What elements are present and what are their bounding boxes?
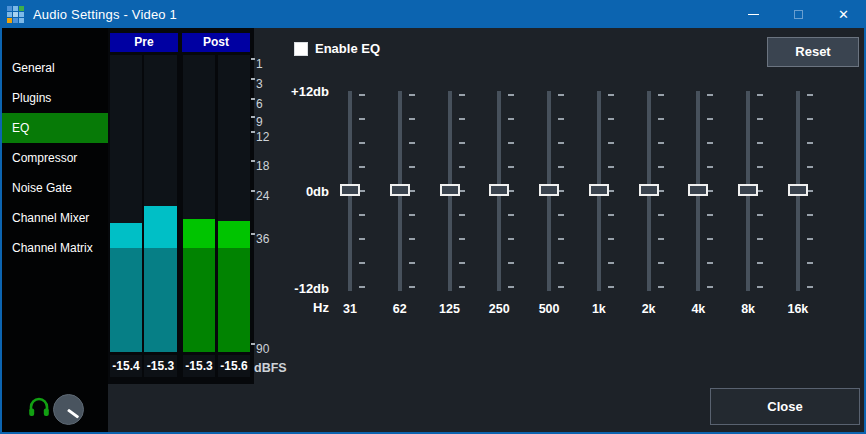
eq-band-frequency-label: 4k	[673, 302, 723, 316]
eq-band-sliders: 31 62 125 250 500	[333, 91, 815, 321]
eq-band-frequency-label: 1k	[574, 302, 624, 316]
meter-channel-pre-right	[144, 55, 177, 352]
eq-band-frequency-label: 31	[325, 302, 375, 316]
eq-band-16khz: 16k	[781, 91, 815, 291]
reset-button[interactable]: Reset	[767, 37, 859, 67]
meter-unit-label: dBFS	[254, 361, 287, 375]
meter-scale-label: 9	[256, 116, 282, 129]
eq-band-frequency-label: 8k	[723, 302, 773, 316]
eq-axis-min-label: -12db	[252, 281, 329, 296]
eq-slider-handle[interactable]	[688, 184, 708, 196]
sidebar-item-plugins[interactable]: Plugins	[2, 83, 108, 113]
audio-settings-window: Audio Settings - Video 1 ✕ General Plugi…	[0, 0, 866, 434]
meter-scale-label: 1	[256, 58, 282, 71]
meter-channel-pre-left	[110, 55, 142, 352]
enable-eq-label: Enable EQ	[315, 41, 380, 56]
meter-bar-body	[218, 248, 250, 352]
window-title: Audio Settings - Video 1	[33, 7, 177, 22]
eq-axis-mid-label: 0db	[252, 184, 329, 199]
headphones-icon[interactable]	[27, 395, 51, 419]
meter-scale-label: 18	[256, 160, 282, 173]
eq-band-4khz: 4k	[681, 91, 715, 291]
eq-band-31hz: 31	[333, 91, 367, 291]
meter-bar-peak	[218, 221, 250, 248]
close-button[interactable]: Close	[710, 388, 860, 425]
eq-slider-handle[interactable]	[440, 184, 460, 196]
eq-band-1khz: 1k	[582, 91, 616, 291]
eq-slider-handle[interactable]	[340, 184, 360, 196]
eq-band-8khz: 8k	[731, 91, 765, 291]
eq-band-125hz: 125	[433, 91, 467, 291]
eq-band-500hz: 500	[532, 91, 566, 291]
meter-channel-post-right	[218, 55, 250, 352]
eq-axis-max-label: +12db	[252, 84, 329, 99]
eq-band-frequency-label: 16k	[773, 302, 823, 316]
eq-slider-handle[interactable]	[539, 184, 559, 196]
sidebar: General Plugins EQ Compressor Noise Gate…	[2, 28, 108, 432]
close-icon: ✕	[838, 8, 849, 21]
sidebar-item-channel-matrix[interactable]: Channel Matrix	[2, 233, 108, 263]
eq-band-2khz: 2k	[632, 91, 666, 291]
maximize-icon	[794, 10, 803, 19]
meter-group-post-header: Post	[182, 33, 250, 52]
meter-value-post-right: -15.6	[218, 355, 250, 377]
meter-scale-label: 6	[256, 98, 282, 111]
eq-slider-handle[interactable]	[589, 184, 609, 196]
eq-axis-freq-unit-label: Hz	[252, 300, 329, 315]
meter-bar-peak	[144, 206, 177, 248]
eq-slider-handle[interactable]	[788, 184, 808, 196]
maximize-button[interactable]	[776, 0, 821, 28]
minimize-icon	[748, 14, 759, 15]
meter-bar-body	[144, 248, 177, 352]
app-logo-icon	[7, 6, 24, 23]
meter-scale-label: 90	[256, 343, 282, 356]
eq-band-frequency-label: 2k	[624, 302, 674, 316]
eq-band-frequency-label: 250	[474, 302, 524, 316]
enable-eq-toggle[interactable]: Enable EQ	[294, 41, 380, 56]
eq-band-62hz: 62	[383, 91, 417, 291]
eq-band-250hz: 250	[482, 91, 516, 291]
eq-band-frequency-label: 500	[524, 302, 574, 316]
audio-meter-panel: Pre Post -15.4 -15.3 -15.3 -15.6	[108, 28, 254, 384]
eq-slider-handle[interactable]	[489, 184, 509, 196]
sidebar-item-channel-mixer[interactable]: Channel Mixer	[2, 203, 108, 233]
meter-bar-peak	[110, 223, 142, 248]
meter-value-pre-left: -15.4	[110, 355, 142, 377]
eq-slider-handle[interactable]	[390, 184, 410, 196]
minimize-button[interactable]	[731, 0, 776, 28]
sidebar-item-eq[interactable]: EQ	[2, 113, 108, 143]
eq-band-frequency-label: 125	[425, 302, 475, 316]
meter-value-pre-right: -15.3	[144, 355, 177, 377]
eq-slider-handle[interactable]	[738, 184, 758, 196]
enable-eq-checkbox[interactable]	[294, 42, 308, 56]
meter-bar-peak	[183, 219, 215, 248]
meter-bar-body	[183, 248, 215, 352]
sidebar-item-compressor[interactable]: Compressor	[2, 143, 108, 173]
sidebar-item-general[interactable]: General	[2, 53, 108, 83]
meter-channel-post-left	[183, 55, 215, 352]
meter-bar-body	[110, 248, 142, 352]
meter-scale-label: 12	[256, 131, 282, 144]
meter-group-pre-header: Pre	[110, 33, 178, 52]
volume-knob[interactable]	[53, 394, 84, 425]
sidebar-item-noise-gate[interactable]: Noise Gate	[2, 173, 108, 203]
knob-indicator	[67, 409, 79, 419]
close-window-button[interactable]: ✕	[821, 0, 866, 28]
meter-scale-label: 36	[256, 233, 282, 246]
eq-slider-handle[interactable]	[639, 184, 659, 196]
meter-value-post-left: -15.3	[183, 355, 215, 377]
window-controls: ✕	[731, 0, 866, 28]
eq-band-frequency-label: 62	[375, 302, 425, 316]
titlebar: Audio Settings - Video 1 ✕	[0, 0, 866, 28]
